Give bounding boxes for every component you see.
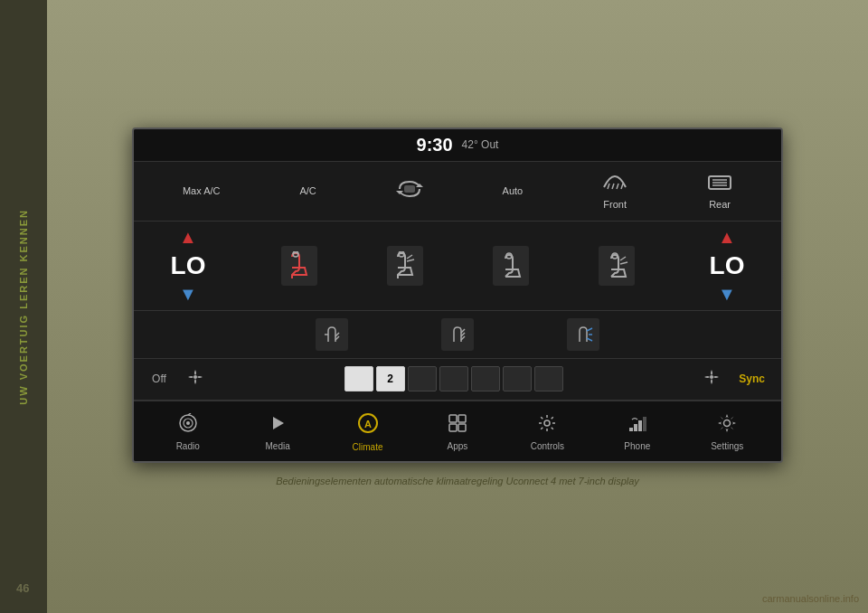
climate-icon: A — [357, 412, 379, 439]
radio-icon — [178, 413, 198, 439]
svg-text:A: A — [364, 419, 372, 429]
phone-icon — [627, 413, 647, 439]
driver-seat-button[interactable] — [281, 246, 317, 286]
right-temp-down-button[interactable]: ▼ — [718, 284, 736, 305]
controls-label: Controls — [531, 441, 564, 451]
nav-radio[interactable]: Radio — [156, 410, 220, 455]
svg-line-17 — [620, 257, 626, 260]
media-label: Media — [266, 441, 290, 451]
climate-function-row: Max A/C A/C — [134, 162, 781, 222]
fan-off-button[interactable]: Off — [143, 369, 175, 389]
fan-icon-left-button[interactable] — [181, 366, 210, 392]
svg-point-28 — [193, 375, 197, 379]
speed-slot-7[interactable] — [534, 366, 563, 391]
svg-line-27 — [587, 338, 592, 341]
front-label: Front — [603, 199, 627, 210]
side-tab: UW VOERTUIG LEREN KENNEN — [0, 0, 47, 613]
svg-line-13 — [407, 255, 412, 259]
seat-heat-low-button[interactable] — [316, 318, 348, 351]
passenger-seat-button[interactable] — [387, 246, 423, 286]
svg-rect-2 — [404, 185, 415, 193]
svg-rect-38 — [449, 424, 457, 431]
svg-line-6 — [621, 184, 623, 189]
fan-speed-row: Off 2 — [134, 359, 781, 401]
windshield-heat-button[interactable] — [599, 246, 635, 286]
auto-button[interactable]: Auto — [495, 182, 531, 200]
extras-center-icons — [251, 318, 664, 351]
nav-phone[interactable]: Phone — [606, 410, 669, 455]
nav-apps[interactable]: Apps — [426, 410, 489, 455]
svg-point-45 — [724, 420, 731, 426]
svg-rect-37 — [458, 415, 466, 422]
seat-control-row: ▲ LO ▼ — [134, 222, 781, 311]
infotainment-screen: 9:30 42° Out Max A/C A/C — [132, 127, 783, 463]
settings-icon — [717, 413, 737, 439]
caption-text: Bedieningselementen automatische klimaat… — [276, 476, 639, 486]
watermark: carmanualsonline.info — [762, 593, 859, 604]
ac-label: A/C — [299, 185, 316, 196]
svg-rect-43 — [638, 420, 642, 431]
seat-cool-button[interactable] — [567, 318, 599, 351]
left-temp-up-button[interactable]: ▲ — [179, 227, 197, 248]
front-defrost-icon — [602, 173, 627, 197]
nav-controls[interactable]: Controls — [515, 410, 579, 455]
svg-rect-42 — [634, 424, 637, 431]
max-ac-button[interactable]: Max A/C — [175, 182, 228, 200]
rear-label: Rear — [709, 199, 731, 210]
ac-button[interactable]: A/C — [292, 182, 323, 200]
right-temp-up-button[interactable]: ▲ — [718, 227, 736, 248]
center-seat-icons — [242, 222, 673, 310]
svg-rect-36 — [449, 415, 457, 422]
status-bar: 9:30 42° Out — [134, 129, 781, 162]
svg-line-14 — [407, 259, 414, 261]
rear-defrost-icon — [707, 173, 732, 197]
sync-button[interactable]: Sync — [731, 369, 772, 389]
climate-area: Max A/C A/C — [134, 162, 781, 401]
apps-icon — [448, 413, 467, 439]
left-temp-down-button[interactable]: ▼ — [179, 284, 197, 305]
speed-slot-2[interactable]: 2 — [376, 366, 405, 391]
extras-row — [134, 311, 781, 359]
climate-label: Climate — [353, 442, 383, 452]
speed-slot-3[interactable] — [408, 366, 437, 391]
time-display: 9:30 — [417, 135, 453, 156]
seat-heat-high-button[interactable] — [441, 318, 474, 351]
speed-slot-6[interactable] — [503, 366, 532, 391]
left-temp-value: LO — [171, 251, 206, 280]
rear-seat-button[interactable] — [493, 246, 529, 286]
outside-temp: 42° Out — [462, 138, 499, 151]
sync-label: Sync — [739, 373, 765, 385]
recirculate-button[interactable] — [389, 176, 430, 206]
radio-label: Radio — [176, 441, 200, 451]
max-ac-label: Max A/C — [183, 185, 221, 196]
controls-icon — [537, 413, 557, 439]
nav-settings[interactable]: Settings — [695, 410, 759, 455]
speed-slot-5[interactable] — [471, 366, 500, 391]
right-temp-value: LO — [710, 251, 745, 280]
fan-speed-slots: 2 — [215, 366, 692, 391]
front-defrost-button[interactable]: Front — [595, 169, 635, 213]
svg-line-18 — [620, 262, 627, 264]
fan-off-label: Off — [152, 373, 166, 385]
nav-climate[interactable]: A Climate — [336, 409, 400, 456]
speed-slot-4[interactable] — [439, 366, 468, 391]
page-number: 46 — [16, 581, 29, 595]
svg-point-29 — [710, 375, 713, 379]
settings-label: Settings — [711, 441, 743, 451]
side-tab-label: UW VOERTUIG LEREN KENNEN — [18, 209, 29, 405]
page-background: UW VOERTUIG LEREN KENNEN 46 9:30 42° Out… — [0, 0, 868, 613]
svg-line-25 — [587, 328, 592, 331]
svg-line-4 — [612, 184, 614, 189]
fan-icon-right-button[interactable] — [697, 366, 726, 392]
apps-label: Apps — [448, 441, 468, 451]
nav-media[interactable]: Media — [246, 410, 309, 455]
svg-rect-39 — [458, 424, 466, 431]
svg-point-40 — [544, 420, 550, 426]
left-temp-control: ▲ LO ▼ — [134, 222, 242, 310]
media-icon — [268, 413, 288, 439]
speed-slot-1[interactable] — [344, 366, 373, 391]
right-temp-control: ▲ LO ▼ — [673, 222, 781, 310]
content-area: 9:30 42° Out Max A/C A/C — [47, 0, 868, 613]
rear-defrost-button[interactable]: Rear — [700, 169, 740, 213]
recirculate-icon — [396, 180, 423, 203]
